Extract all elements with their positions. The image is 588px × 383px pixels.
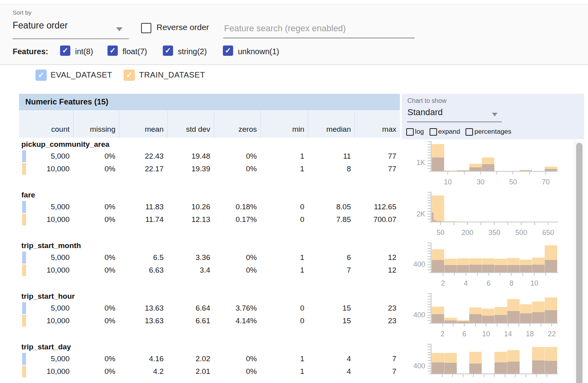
column-header: max	[354, 111, 400, 138]
table-row: 5,0000%13.636.643.76%01523	[19, 302, 400, 315]
axis-tick	[428, 152, 431, 153]
percentages-label: percentages	[474, 128, 511, 136]
reverse-order-checkbox[interactable]	[141, 23, 151, 33]
axis-tick	[428, 296, 431, 297]
chart-type-dropdown[interactable]: Standard	[407, 107, 443, 118]
feature-block: trip_start_hour5,0000%13.636.643.76%0152…	[19, 291, 400, 342]
table-row: 5,0000%6.53.360%1612	[19, 251, 400, 264]
table-row: 5,0000%22.4319.480%11177	[19, 150, 400, 163]
axis-tick	[511, 273, 512, 276]
axis-tick	[463, 374, 464, 377]
sort-by-label: Sort by	[13, 9, 32, 16]
axis-tick	[536, 374, 537, 377]
dataset-color-swatch	[22, 150, 26, 162]
stat-value: 19.39	[167, 163, 214, 175]
table-row: 10,0000%13.636.614.14%01523	[19, 315, 400, 327]
axis-tick	[521, 222, 522, 225]
axis-tick	[551, 324, 552, 326]
axis-tick	[443, 273, 443, 276]
histogram-bar	[545, 361, 557, 374]
histogram-bar	[469, 364, 482, 374]
scrollbar-track[interactable]	[574, 140, 584, 383]
histogram-bar	[494, 362, 507, 374]
histogram[interactable]: 4002610141822	[405, 291, 576, 342]
scrollbar-thumb[interactable]	[576, 143, 582, 383]
stat-value: 7.85	[308, 213, 354, 226]
filter-unknown-checkbox[interactable]: ✓	[223, 46, 233, 56]
axis-tick	[473, 374, 474, 377]
axis-tick	[507, 222, 508, 225]
stat-value: 0%	[73, 365, 119, 378]
axis-tick	[548, 222, 548, 225]
x-axis-label: 2	[430, 279, 456, 288]
chevron-down-icon[interactable]	[116, 27, 122, 31]
histogram[interactable]: 2K50200350500650	[405, 190, 576, 241]
axis-tick	[428, 262, 431, 262]
histogram-bar	[457, 265, 469, 272]
axis-tick	[428, 301, 431, 302]
x-axis	[429, 171, 558, 172]
axis-tick	[428, 304, 431, 305]
toolbar: Sort by Feature order Reverse order	[0, 4, 588, 40]
axis-tick	[486, 324, 486, 326]
x-axis-label: 4	[453, 279, 479, 288]
column-header: mean	[119, 111, 167, 138]
stat-value: 8.05	[308, 201, 354, 213]
column-header: min	[260, 111, 308, 138]
chart-controls-panel: Chart to show Standard log expand percen…	[402, 94, 584, 139]
stat-value: 6.5	[119, 251, 167, 264]
stat-value: 0%	[73, 201, 119, 213]
axis-tick	[428, 144, 431, 145]
stat-value: 5,000	[19, 150, 73, 163]
column-header: count	[19, 111, 73, 138]
axis-tick	[428, 309, 431, 310]
stat-value: 700.07	[354, 213, 400, 226]
feature-filters-bar: Features: ✓ int(8) ✓ float(7) ✓ string(2…	[0, 40, 588, 65]
expand-checkbox[interactable]	[430, 128, 437, 136]
sort-by-dropdown[interactable]: Feature order	[13, 20, 68, 31]
stat-value: 1	[260, 150, 308, 163]
histogram[interactable]: 400246810	[405, 241, 576, 291]
filter-float-checkbox[interactable]: ✓	[107, 46, 118, 56]
log-checkbox[interactable]	[406, 128, 414, 136]
x-axis-label: 500	[509, 229, 534, 237]
train-dataset-label: TRAIN_DATASET	[139, 70, 205, 80]
axis-tick	[428, 251, 431, 252]
train-dataset-checkbox[interactable]: ✓	[124, 70, 135, 81]
stat-value: 1	[260, 163, 308, 175]
histogram-bar	[482, 164, 494, 171]
log-label: log	[415, 128, 424, 136]
axis-tick	[428, 363, 431, 364]
x-axis-label: 6	[476, 279, 501, 288]
histogram-bar	[432, 157, 444, 171]
percentages-option: percentages	[466, 128, 511, 136]
axis-tick	[428, 243, 431, 243]
axis-tick	[428, 360, 431, 361]
axis-tick	[496, 172, 497, 174]
filter-int-checkbox[interactable]: ✓	[60, 46, 70, 56]
axis-tick	[428, 299, 431, 300]
table-row: 10,0000%22.1719.390%1877	[19, 163, 400, 175]
stat-value: 77	[354, 150, 400, 163]
log-option: log	[406, 128, 424, 136]
histogram[interactable]: 400	[405, 342, 576, 383]
axis-tick	[454, 273, 455, 276]
percentages-checkbox[interactable]	[466, 128, 473, 136]
histogram[interactable]: 1K10305070	[405, 139, 576, 190]
filter-int-label: int(8)	[75, 47, 93, 56]
feature-search-input[interactable]	[223, 19, 415, 38]
reverse-order-label: Reverse order	[156, 23, 209, 32]
axis-tick	[428, 219, 431, 220]
eval-dataset-checkbox[interactable]: ✓	[36, 70, 47, 81]
axis-tick	[513, 172, 513, 174]
x-axis-label: 8	[499, 279, 524, 288]
stat-value: 0%	[214, 365, 260, 378]
dataset-color-swatch	[22, 302, 26, 314]
feature-name: trip_start_month	[21, 241, 81, 250]
stat-value: 0%	[214, 353, 260, 365]
chevron-down-icon[interactable]	[492, 113, 498, 116]
histogram-bar	[444, 265, 457, 272]
stat-value: 10,000	[19, 264, 73, 277]
filter-string-checkbox[interactable]: ✓	[163, 46, 173, 56]
stat-value: 7	[354, 365, 400, 378]
